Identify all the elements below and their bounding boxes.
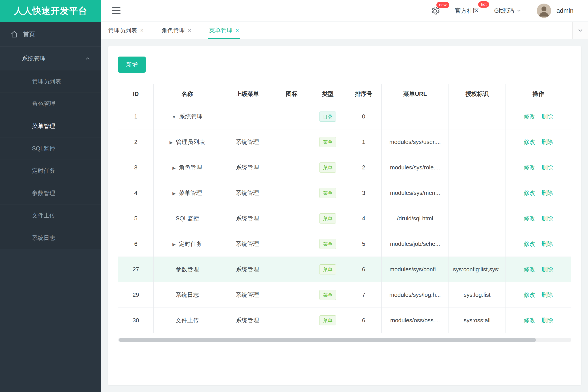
sidebar-item-menu-mgmt[interactable]: 菜单管理 <box>0 115 101 138</box>
expand-arrow-icon[interactable]: ▼ <box>172 115 176 119</box>
sidebar-item-file-upload[interactable]: 文件上传 <box>0 204 101 227</box>
sidebar-item-cron-jobs[interactable]: 定时任务 <box>0 160 101 182</box>
sidebar-item-home[interactable]: 首页 <box>0 22 101 47</box>
column-header-perm: 授权标识 <box>449 84 506 104</box>
horizontal-scrollbar[interactable] <box>118 338 571 342</box>
tab-role-management[interactable]: 角色管理 × <box>161 22 191 39</box>
cell-type: 菜单 <box>310 257 346 282</box>
column-header-name: 名称 <box>154 84 221 104</box>
type-badge: 菜单 <box>319 239 336 249</box>
sidebar-group-system[interactable]: 系统管理 <box>0 47 101 70</box>
git-label: Git源码 <box>494 7 514 15</box>
cell-name: SQL监控 <box>154 206 221 231</box>
cell-icon <box>274 282 310 308</box>
expand-arrow-icon[interactable]: ▶ <box>172 242 176 247</box>
column-header-url: 菜单URL <box>382 84 449 104</box>
git-source-link[interactable]: Git源码 <box>494 7 522 15</box>
tab-admin-list[interactable]: 管理员列表 × <box>108 22 144 39</box>
cell-parent: 系统管理 <box>221 282 274 308</box>
type-badge: 菜单 <box>319 214 336 224</box>
cell-parent: 系统管理 <box>221 308 274 333</box>
cell-parent: 系统管理 <box>221 155 274 180</box>
cell-perm: sys:oss:all <box>449 308 506 333</box>
cell-perm <box>449 180 506 206</box>
cell-order: 6 <box>346 308 382 333</box>
delete-link[interactable]: 删除 <box>541 138 553 145</box>
sidebar-toggle-button[interactable] <box>112 8 121 14</box>
menu-name: 菜单管理 <box>179 190 202 196</box>
close-icon[interactable]: × <box>235 28 239 33</box>
sidebar-submenu: 管理员列表 角色管理 菜单管理 SQL监控 定时任务 参数管理 文件上传 系统日… <box>0 70 101 249</box>
cell-id: 2 <box>118 130 154 155</box>
cell-parent: 系统管理 <box>221 257 274 282</box>
community-label: 官方社区 <box>455 7 479 15</box>
sidebar-item-params[interactable]: 参数管理 <box>0 182 101 204</box>
edit-link[interactable]: 修改 <box>524 215 535 222</box>
settings-gear-button[interactable]: new <box>431 6 439 15</box>
tab-menu-management[interactable]: 菜单管理 × <box>209 22 239 39</box>
avatar[interactable] <box>537 4 551 18</box>
column-header-order: 排序号 <box>346 84 382 104</box>
cell-url: modules/sys/role.... <box>382 155 449 180</box>
cell-url: modules/sys/men... <box>382 180 449 206</box>
cell-order: 2 <box>346 155 382 180</box>
delete-link[interactable]: 删除 <box>541 164 553 171</box>
edit-link[interactable]: 修改 <box>524 190 535 196</box>
menu-name: 管理员列表 <box>176 138 205 145</box>
delete-link[interactable]: 删除 <box>541 266 553 273</box>
sidebar-item-role-mgmt[interactable]: 角色管理 <box>0 93 101 115</box>
edit-link[interactable]: 修改 <box>524 138 535 145</box>
close-icon[interactable]: × <box>188 28 191 33</box>
cell-type: 目录 <box>310 104 346 130</box>
tab-bar: 管理员列表 × 角色管理 × 菜单管理 × <box>101 22 588 39</box>
cell-name: ▶定时任务 <box>154 231 221 257</box>
table-row: 4 ▶菜单管理 系统管理 菜单 3 modules/sys/men... 修改删… <box>118 180 571 206</box>
cell-name: 系统日志 <box>154 282 221 308</box>
cell-actions: 修改删除 <box>506 231 571 257</box>
cell-icon <box>274 155 310 180</box>
cell-type: 菜单 <box>310 130 346 155</box>
delete-link[interactable]: 删除 <box>541 113 553 120</box>
edit-link[interactable]: 修改 <box>524 317 535 324</box>
delete-link[interactable]: 删除 <box>541 317 553 324</box>
sidebar-item-sys-log[interactable]: 系统日志 <box>0 227 101 249</box>
add-button[interactable]: 新增 <box>118 56 146 73</box>
cell-parent <box>221 104 274 130</box>
scrollbar-thumb[interactable] <box>119 338 536 342</box>
cell-actions: 修改删除 <box>506 308 571 333</box>
delete-link[interactable]: 删除 <box>541 190 553 196</box>
cell-name: 文件上传 <box>154 308 221 333</box>
menu-table-body: 1 ▼系统管理 目录 0 修改删除 2 ▶管理员列表 <box>118 104 571 333</box>
expand-arrow-icon[interactable]: ▶ <box>172 166 176 170</box>
expand-arrow-icon[interactable]: ▶ <box>170 140 173 145</box>
community-link[interactable]: 官方社区 hot <box>455 7 479 15</box>
sidebar-item-sql-monitor[interactable]: SQL监控 <box>0 138 101 160</box>
table-row: 1 ▼系统管理 目录 0 修改删除 <box>118 104 571 130</box>
sidebar-item-admin-list[interactable]: 管理员列表 <box>0 70 101 93</box>
top-header: new 官方社区 hot Git源码 admin <box>101 0 588 22</box>
tab-label: 管理员列表 <box>108 26 137 34</box>
tab-list-dropdown-button[interactable] <box>572 22 588 39</box>
table-row: 27 参数管理 系统管理 菜单 6 modules/sys/confi... s… <box>118 257 571 282</box>
delete-link[interactable]: 删除 <box>541 292 553 298</box>
cell-url: modules/oss/oss.... <box>382 308 449 333</box>
hot-badge: hot <box>478 1 489 8</box>
expand-arrow-icon[interactable]: ▶ <box>172 191 176 196</box>
edit-link[interactable]: 修改 <box>524 266 535 273</box>
type-badge: 菜单 <box>319 315 336 326</box>
username[interactable]: admin <box>556 7 573 14</box>
cell-name: ▶角色管理 <box>154 155 221 180</box>
cell-parent: 系统管理 <box>221 130 274 155</box>
type-badge: 菜单 <box>319 162 336 172</box>
cell-perm <box>449 104 506 130</box>
table-row: 5 SQL监控 系统管理 菜单 4 /druid/sql.html 修改删除 <box>118 206 571 231</box>
delete-link[interactable]: 删除 <box>541 240 553 247</box>
edit-link[interactable]: 修改 <box>524 113 535 120</box>
user-menu[interactable]: admin <box>537 4 573 18</box>
close-icon[interactable]: × <box>140 28 144 33</box>
delete-link[interactable]: 删除 <box>541 215 553 222</box>
edit-link[interactable]: 修改 <box>524 164 535 171</box>
cell-actions: 修改删除 <box>506 282 571 308</box>
edit-link[interactable]: 修改 <box>524 240 535 247</box>
edit-link[interactable]: 修改 <box>524 292 535 298</box>
